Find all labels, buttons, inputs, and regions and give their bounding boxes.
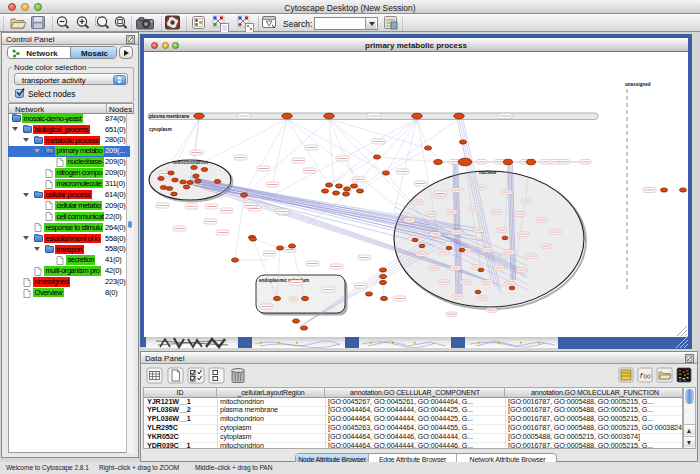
- svg-text:nucleus: nucleus: [479, 170, 497, 175]
- svg-text:mitochondrion: mitochondrion: [173, 159, 208, 165]
- svg-text:(x): (x): [644, 373, 651, 379]
- svg-text:plasma membrane: plasma membrane: [149, 114, 190, 119]
- svg-text:unassigned: unassigned: [625, 82, 651, 87]
- svg-text:cytoplasm: cytoplasm: [149, 127, 172, 132]
